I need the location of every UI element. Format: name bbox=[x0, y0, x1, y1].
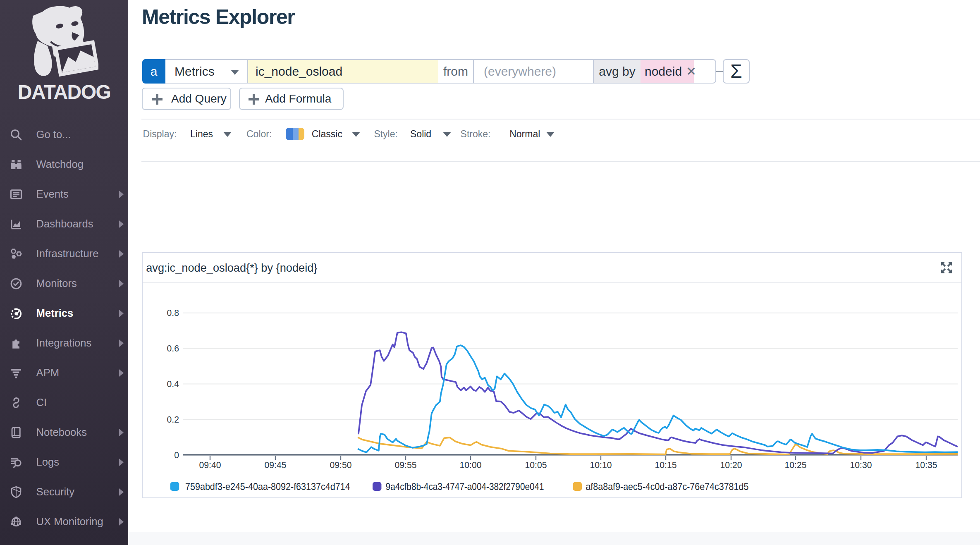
svg-text:0.2: 0.2 bbox=[167, 415, 179, 424]
svg-text:10:25: 10:25 bbox=[784, 460, 806, 470]
svg-text:10:15: 10:15 bbox=[655, 460, 676, 470]
svg-text:0.4: 0.4 bbox=[167, 379, 179, 389]
svg-text:0.6: 0.6 bbox=[167, 344, 179, 353]
svg-text:10:30: 10:30 bbox=[850, 460, 872, 470]
svg-text:10:05: 10:05 bbox=[525, 460, 547, 470]
svg-text:759abdf3-e245-40aa-8092-f63137: 759abdf3-e245-40aa-8092-f63137c4d714 bbox=[185, 481, 350, 492]
svg-text:10:35: 10:35 bbox=[915, 460, 937, 470]
svg-text:0: 0 bbox=[174, 450, 179, 460]
svg-text:09:40: 09:40 bbox=[199, 460, 221, 470]
svg-text:09:55: 09:55 bbox=[394, 460, 416, 470]
svg-text:af8a8af9-aec5-4c0d-a87c-76e74c: af8a8af9-aec5-4c0d-a87c-76e74c3781d5 bbox=[586, 481, 748, 492]
svg-text:10:20: 10:20 bbox=[720, 460, 742, 470]
svg-text:09:50: 09:50 bbox=[330, 460, 351, 470]
svg-text:10:10: 10:10 bbox=[590, 460, 612, 470]
svg-text:9a4cfb8b-4ca3-4747-a004-382f27: 9a4cfb8b-4ca3-4747-a004-382f2790e041 bbox=[386, 481, 544, 492]
svg-text:0.8: 0.8 bbox=[167, 308, 179, 318]
svg-text:09:45: 09:45 bbox=[264, 460, 286, 470]
svg-text:10:00: 10:00 bbox=[459, 460, 481, 470]
